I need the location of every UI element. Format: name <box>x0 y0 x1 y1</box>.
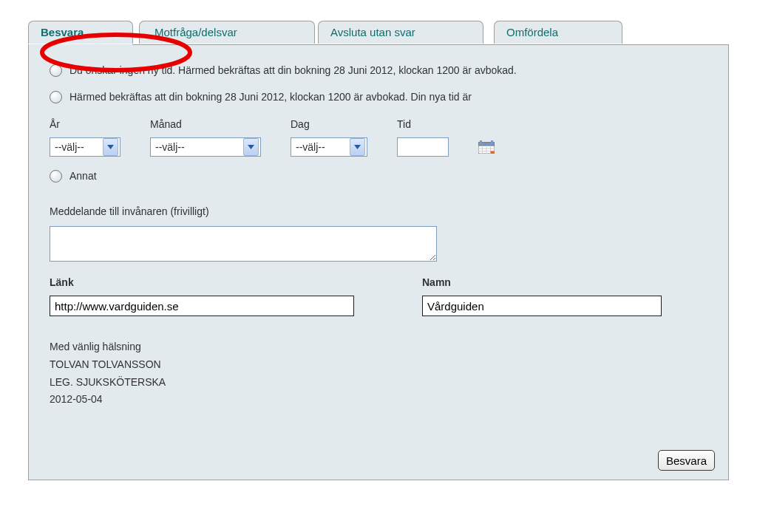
month-label: Månad <box>150 118 261 130</box>
tab-bar: Besvara Motfråga/delsvar Avsluta utan sv… <box>28 21 729 44</box>
panel-besvara: Du önskar ingen ny tid. Härmed bekräftas… <box>28 44 729 480</box>
radio-no-new-time-label: Du önskar ingen ny tid. Härmed bekräftas… <box>69 63 517 79</box>
tab-avsluta[interactable]: Avsluta utan svar <box>318 21 483 44</box>
time-input[interactable] <box>397 137 449 157</box>
signature-block: Med vänlig hälsning TOLVAN TOLVANSSON LE… <box>50 338 707 409</box>
radio-no-new-time[interactable] <box>50 64 62 77</box>
tab-besvara[interactable]: Besvara <box>28 21 133 44</box>
message-label: Meddelande till invånaren (frivilligt) <box>50 205 707 217</box>
message-textarea[interactable] <box>50 226 437 262</box>
year-label: År <box>50 118 120 130</box>
link-input[interactable] <box>50 296 354 316</box>
chevron-down-icon <box>243 138 259 156</box>
tab-omfordela[interactable]: Omfördela <box>494 21 622 44</box>
signature-person: TOLVAN TOLVANSSON <box>50 356 707 374</box>
radio-other-label: Annat <box>69 168 97 185</box>
day-label: Dag <box>291 118 367 130</box>
signature-title: LEG. SJUKSKÖTERSKA <box>50 374 707 392</box>
year-select-value: --välj-- <box>55 141 90 153</box>
radio-new-time-label: Härmed bekräftas att din bokning 28 Juni… <box>69 89 472 106</box>
tab-motfraga[interactable]: Motfråga/delsvar <box>139 21 315 44</box>
year-select[interactable]: --välj-- <box>50 137 120 157</box>
svg-rect-3 <box>480 140 482 144</box>
radio-new-time[interactable] <box>50 91 62 103</box>
submit-button[interactable]: Besvara <box>658 450 715 471</box>
time-label: Tid <box>397 118 449 130</box>
signature-date: 2012-05-04 <box>50 391 707 409</box>
chevron-down-icon <box>103 138 118 156</box>
day-select[interactable]: --välj-- <box>291 137 367 157</box>
month-select[interactable]: --välj-- <box>150 137 261 157</box>
svg-rect-10 <box>491 151 495 154</box>
radio-other[interactable] <box>50 170 62 183</box>
signature-greeting: Med vänlig hälsning <box>50 338 707 356</box>
chevron-down-icon <box>350 138 365 156</box>
link-label: Länk <box>50 276 354 288</box>
name-label: Namn <box>422 276 662 288</box>
svg-rect-4 <box>491 140 493 144</box>
day-select-value: --välj-- <box>296 141 331 153</box>
calendar-icon[interactable] <box>478 140 495 154</box>
name-input[interactable] <box>422 296 662 316</box>
month-select-value: --välj-- <box>155 141 191 153</box>
